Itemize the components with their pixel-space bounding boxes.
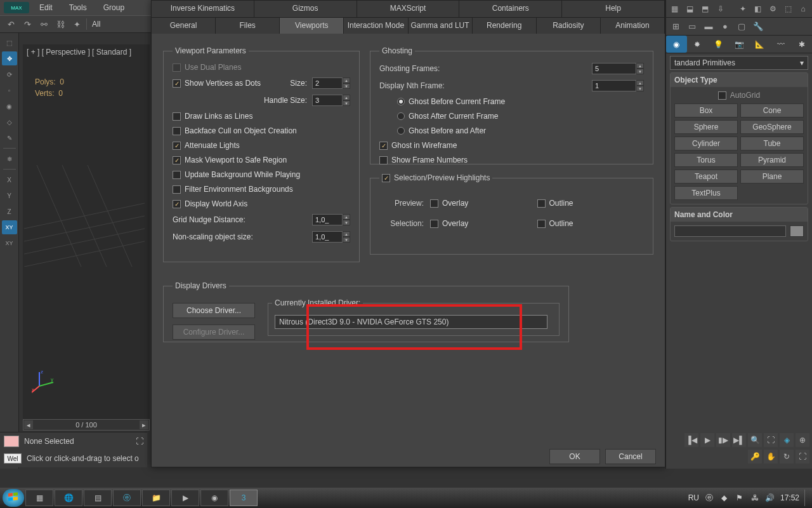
mask-safe-checkbox[interactable] bbox=[173, 156, 181, 164]
tab-radiosity[interactable]: Radiosity bbox=[537, 18, 601, 34]
axis-y-icon[interactable]: Y bbox=[2, 189, 17, 203]
lang-indicator[interactable]: RU bbox=[688, 493, 699, 502]
rt2-btn5-icon[interactable]: ▢ bbox=[735, 20, 749, 34]
object-type-header[interactable]: Object Type bbox=[671, 73, 808, 87]
object-color-swatch[interactable] bbox=[4, 436, 19, 447]
obj-geosphere[interactable]: GeoSphere bbox=[740, 120, 804, 134]
task-app1[interactable]: ▦ bbox=[25, 490, 53, 506]
move-tool-icon[interactable]: ✥ bbox=[2, 51, 17, 65]
task-media[interactable]: ▶ bbox=[171, 490, 199, 506]
rt-btn8-icon[interactable]: ⬚ bbox=[782, 2, 794, 16]
rt-btn6-icon[interactable]: ◧ bbox=[752, 2, 764, 16]
task-3dsmax[interactable]: 3 bbox=[230, 490, 258, 506]
motion-tab-icon[interactable]: 📷 bbox=[729, 36, 750, 53]
bind-icon[interactable]: ✦ bbox=[70, 17, 84, 31]
task-app2[interactable]: 🌐 bbox=[55, 490, 82, 506]
task-app3[interactable]: ▤ bbox=[84, 490, 112, 506]
menu-edit[interactable]: Edit bbox=[33, 2, 59, 13]
sel-outline-checkbox[interactable] bbox=[537, 220, 546, 228]
hierarchy-tab-icon[interactable]: 💡 bbox=[708, 36, 729, 53]
tab-animation[interactable]: Animation bbox=[601, 18, 665, 34]
tray-network-icon[interactable]: 🖧 bbox=[750, 493, 760, 503]
show-desktop-button[interactable] bbox=[804, 490, 809, 506]
rt-btn4-icon[interactable]: ⇩ bbox=[714, 2, 727, 16]
welcome-badge[interactable]: Wel bbox=[4, 453, 22, 464]
object-color-picker[interactable] bbox=[790, 225, 804, 237]
attenuate-checkbox[interactable] bbox=[173, 142, 181, 150]
snap-toggle-icon[interactable]: ❄ bbox=[2, 152, 17, 166]
nonscale-spinner[interactable]: ▲▼ bbox=[312, 231, 350, 243]
obj-textplus[interactable]: TextPlus bbox=[674, 186, 738, 200]
choose-driver-button[interactable]: Choose Driver... bbox=[173, 303, 255, 318]
create-tab[interactable]: ◉ bbox=[666, 36, 687, 53]
viewport-label[interactable]: [ + ] [ Perspective ] [ Standard ] bbox=[27, 48, 131, 57]
preview-outline-checkbox[interactable] bbox=[537, 199, 546, 208]
tab-viewports[interactable]: Viewports bbox=[280, 18, 344, 34]
ghost-before-radio[interactable] bbox=[397, 98, 405, 105]
obj-box[interactable]: Box bbox=[674, 104, 738, 117]
tab-interaction[interactable]: Interaction Mode bbox=[344, 18, 408, 34]
axis-z-icon[interactable]: Z bbox=[2, 204, 17, 218]
zoom-icon[interactable]: 🔍 bbox=[748, 433, 762, 447]
obj-tube[interactable]: Tube bbox=[740, 137, 804, 150]
link-icon[interactable]: ⚯ bbox=[37, 17, 51, 31]
modify-tab-icon[interactable]: ✸ bbox=[687, 36, 708, 53]
cancel-button[interactable]: Cancel bbox=[605, 449, 656, 464]
ghost-frames-spinner[interactable]: ▲▼ bbox=[592, 63, 644, 74]
rt-btn5-icon[interactable]: ✦ bbox=[737, 2, 749, 16]
systems-tab-icon[interactable]: ✱ bbox=[791, 36, 812, 53]
backface-cull-checkbox[interactable] bbox=[173, 127, 181, 135]
task-explorer[interactable]: 📁 bbox=[142, 490, 170, 506]
redo-icon[interactable]: ↷ bbox=[20, 17, 34, 31]
name-color-header[interactable]: Name and Color bbox=[671, 208, 808, 222]
ok-button[interactable]: OK bbox=[549, 449, 600, 464]
tray-app-icon[interactable]: ◆ bbox=[719, 493, 730, 503]
ghost-both-radio[interactable] bbox=[397, 127, 405, 135]
isolate-icon[interactable]: ⛶ bbox=[136, 437, 143, 446]
select-tool-icon[interactable]: ⬚ bbox=[2, 36, 17, 50]
goto-start-icon[interactable]: ▐◀ bbox=[684, 433, 698, 447]
configure-driver-button[interactable]: Configure Driver... bbox=[173, 324, 255, 340]
snap-tool-icon[interactable]: ◇ bbox=[2, 115, 17, 129]
tab-gamma[interactable]: Gamma and LUT bbox=[409, 18, 473, 34]
tray-flag-icon[interactable]: ⚑ bbox=[735, 493, 745, 503]
tray-volume-icon[interactable]: 🔊 bbox=[765, 493, 775, 503]
obj-cylinder[interactable]: Cylinder bbox=[674, 137, 738, 150]
viewport[interactable] bbox=[23, 44, 150, 419]
task-ie[interactable]: ⓔ bbox=[113, 490, 141, 506]
obj-cone[interactable]: Cone bbox=[740, 104, 804, 117]
display-tab-icon[interactable]: 📐 bbox=[749, 36, 770, 53]
sel-enable-checkbox[interactable] bbox=[382, 174, 390, 182]
arc-rotate-icon[interactable]: ↻ bbox=[780, 450, 794, 464]
rt2-btn2-icon[interactable]: ▭ bbox=[685, 20, 699, 34]
rotate-tool-icon[interactable]: ⟳ bbox=[2, 67, 17, 81]
undo-icon[interactable]: ↶ bbox=[4, 17, 18, 31]
paint-tool-icon[interactable]: ✎ bbox=[2, 131, 17, 145]
tab-maxscript[interactable]: MAXScript bbox=[357, 1, 460, 17]
zoom-all-icon[interactable]: ⛶ bbox=[764, 433, 778, 447]
obj-plane[interactable]: Plane bbox=[740, 170, 804, 184]
place-tool-icon[interactable]: ◉ bbox=[2, 99, 17, 113]
rt2-btn6-icon[interactable]: 🔧 bbox=[751, 20, 765, 34]
rt2-btn1-icon[interactable]: ⊞ bbox=[669, 20, 683, 34]
tab-help[interactable]: Help bbox=[562, 1, 665, 17]
tab-rendering[interactable]: Rendering bbox=[473, 18, 537, 34]
world-axis-checkbox[interactable] bbox=[173, 200, 181, 208]
rt-btn2-icon[interactable]: ⬓ bbox=[684, 2, 697, 16]
draw-links-checkbox[interactable] bbox=[173, 112, 181, 121]
update-bg-checkbox[interactable] bbox=[173, 171, 181, 179]
show-verts-checkbox[interactable] bbox=[173, 79, 181, 88]
step-icon[interactable]: ▮▶ bbox=[716, 433, 730, 447]
scale-tool-icon[interactable]: ▫ bbox=[2, 83, 17, 97]
menu-group[interactable]: Group bbox=[97, 2, 131, 13]
obj-pyramid[interactable]: Pyramid bbox=[740, 153, 804, 167]
obj-sphere[interactable]: Sphere bbox=[674, 120, 738, 134]
pan-icon[interactable]: ✋ bbox=[764, 450, 778, 464]
axis-xy-icon[interactable]: XY bbox=[2, 220, 17, 234]
selection-filter[interactable]: All bbox=[92, 20, 100, 29]
ghost-after-radio[interactable] bbox=[397, 112, 405, 120]
ghost-wire-checkbox[interactable] bbox=[379, 142, 388, 150]
slider-next-icon[interactable]: ▸ bbox=[140, 420, 148, 429]
tray-ie-icon[interactable]: ⓔ bbox=[704, 493, 714, 503]
play-icon[interactable]: ▶ bbox=[700, 433, 714, 447]
